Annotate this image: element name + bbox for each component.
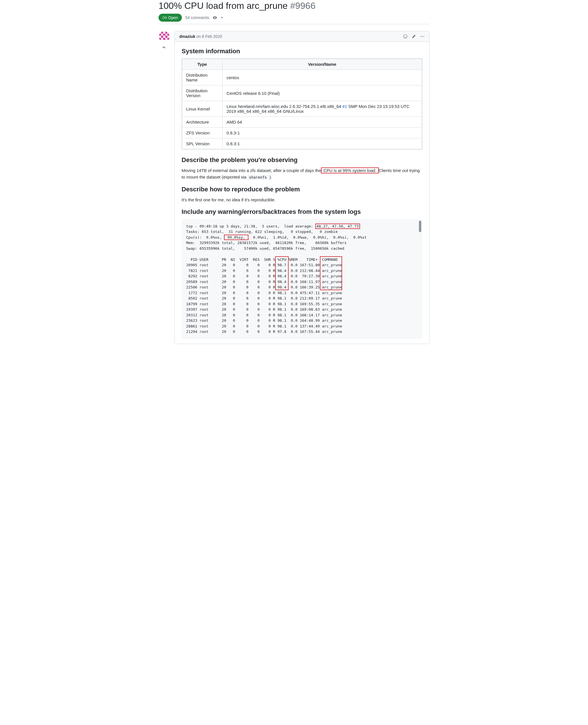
code-block: top - 09:49:18 up 3 days, 21:38, 3 users… [182,219,422,339]
comment-box: dmaziuk on 8 Feb 2020 [174,31,429,344]
th-version: Version/Name [222,59,422,70]
issue-header: 100% CPU load from arc_prune #9966 Open … [159,0,429,24]
table-row: ZFS Version0.8.3-1 [182,127,422,138]
problem-paragraph: Moving 14TB of external data into a zfs … [182,167,422,181]
comment-author[interactable]: dmaziuk [179,34,195,39]
highlight-cpu-load: CPU is at 99% system load. [321,167,379,174]
heading-problem: Describe the problem you're observing [182,156,422,164]
table-row: Linux Kernel Linux hereland.nmrfam.wisc.… [182,101,422,117]
kernel-link[interactable]: #1 [342,104,347,109]
avatar[interactable] [159,31,170,42]
comment-header: dmaziuk on 8 Feb 2020 [175,31,429,42]
emoji-icon[interactable] [403,34,407,39]
th-type: Type [182,59,223,70]
heading-system-info: System information [182,47,422,55]
comment-date: on 8 Feb 2020 [196,34,222,39]
state-label: Open [168,15,178,20]
open-status-icon [163,15,167,20]
system-info-table: Type Version/Name Distribution Namecento… [182,58,422,149]
svg-point-3 [404,36,405,36]
edit-icon[interactable] [412,34,416,39]
issue-title: 100% CPU load from arc_prune #9966 [159,0,429,12]
table-row: SPL Version0.8.3-1 [182,138,422,149]
svg-point-5 [421,36,421,37]
state-badge-open: Open [159,14,182,22]
comment-body: System information Type Version/Name Dis… [175,42,429,344]
svg-point-6 [422,36,423,37]
table-row: ArchitectureAMD 64 [182,117,422,127]
heading-logs: Include any warning/errors/backtraces fr… [182,208,422,216]
heading-reproduce: Describe how to reproduce the problem [182,186,422,193]
issue-meta: Open 54 comments [159,14,429,22]
scrollbar-thumb[interactable] [419,221,421,232]
svg-point-2 [404,35,407,38]
chevron-down-icon[interactable] [220,15,224,20]
table-row: Distribution Namecentos [182,70,422,85]
comments-count[interactable]: 54 comments [185,15,209,20]
subscribe-icon[interactable] [213,15,217,20]
svg-point-7 [423,36,424,37]
scrollbar[interactable] [419,220,421,338]
kebab-icon[interactable] [420,34,425,39]
table-row: Distribution VersionCentOS release 6.10 … [182,85,422,101]
issue-number: #9966 [290,1,315,11]
reply-arrow-icon [159,45,170,50]
repro-paragraph: It's the first one for me, no idea if it… [182,197,422,203]
svg-point-1 [165,17,166,18]
code-sharenfs: sharenfs [248,175,268,180]
svg-point-4 [406,36,406,36]
